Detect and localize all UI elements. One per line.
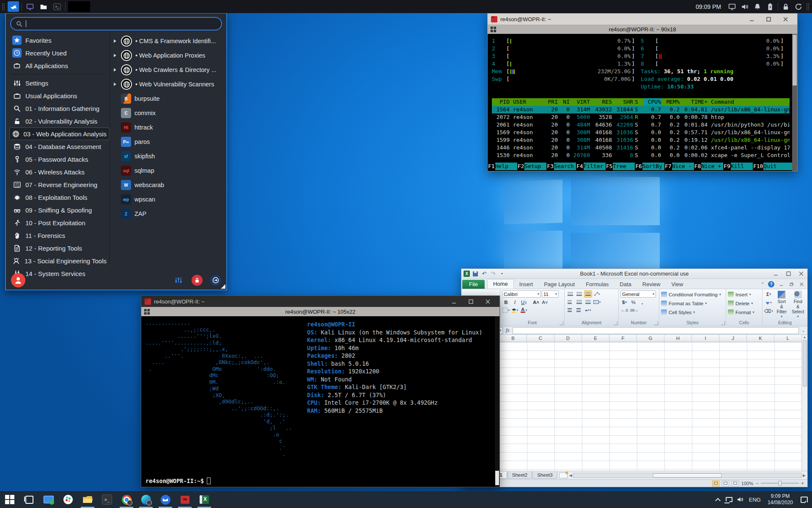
scrollbar-thumb[interactable] (793, 35, 797, 86)
normal-view-button[interactable] (712, 480, 719, 486)
middle-align-button[interactable] (575, 290, 583, 298)
menu-category-item[interactable]: 01 - Information Gathering (9, 102, 110, 115)
menu-subcategory-item[interactable]: • CMS & Framework Identifi... (112, 34, 225, 48)
htop-scrollbar[interactable] (792, 34, 797, 171)
function-key-button[interactable]: F9Kill (723, 163, 753, 170)
menu-subcategory-item[interactable]: • Web Vulnerability Scanners (112, 77, 225, 91)
number-format-combobox[interactable]: General▾ (620, 290, 656, 298)
menu-category-item[interactable]: 10 - Post Exploitation (9, 216, 110, 229)
font-name-combobox[interactable]: Calibri▾ (502, 290, 541, 298)
increase-indent-button[interactable] (575, 306, 583, 314)
menu-category-item[interactable]: Usual Applications (9, 89, 110, 102)
menu-category-item[interactable]: All Applications (9, 59, 110, 72)
fill-button[interactable]: ▾ (764, 299, 773, 306)
close-button[interactable] (479, 296, 496, 307)
window-menu-icon[interactable] (490, 26, 497, 33)
function-key-button[interactable]: F5Tree (606, 163, 635, 170)
menu-category-item[interactable]: 09 - Sniffing & Spoofing (9, 204, 110, 216)
function-key-button[interactable]: F3Search (546, 163, 576, 170)
sheet-tab[interactable]: Sheet2 (508, 472, 532, 479)
menu-search-input[interactable] (10, 17, 222, 30)
zoom-slider[interactable]: − + (756, 480, 804, 486)
styles-button[interactable]: Format as Table▾ (661, 299, 724, 307)
window-menu-icon[interactable] (144, 309, 150, 315)
workbook-close-button[interactable] (798, 282, 805, 287)
process-row[interactable]: 2072re4son 200 50003528 2964R 0.70.0 0:0… (492, 113, 790, 121)
align-left-button[interactable] (566, 298, 574, 306)
zoom-level[interactable]: 100% (741, 481, 753, 486)
align-right-button[interactable] (584, 298, 592, 306)
menu-subcategory-item[interactable]: • Web Crawlers & Directory ... (112, 63, 225, 77)
styles-dialog-launcher[interactable] (721, 321, 725, 325)
logout-icon[interactable] (793, 2, 804, 12)
expand-formula-bar-button[interactable]: ⌄ (800, 329, 807, 333)
zoom-track[interactable] (761, 483, 799, 484)
close-button[interactable] (777, 14, 794, 25)
scroll-left-arrow[interactable]: ◀ (569, 473, 572, 478)
panel-drag-handle[interactable] (2, 3, 5, 11)
scroll-right-arrow[interactable]: ▶ (803, 473, 806, 478)
process-row[interactable]: 1530re4son 200 20760336 0S 0.00.0 0:00.0… (492, 152, 790, 159)
styles-button[interactable]: Cell Styles▾ (661, 308, 724, 316)
column-header[interactable]: J (719, 335, 747, 342)
menu-tool-item[interactable]: C commix (112, 106, 225, 120)
zoom-out-button[interactable]: − (756, 480, 759, 486)
menu-category-item[interactable]: 11 - Forensics (9, 229, 110, 242)
merge-center-button[interactable]: ▾ (593, 298, 601, 306)
column-header[interactable]: E (582, 335, 609, 342)
taskbar-icon[interactable] (58, 491, 78, 508)
menu-subcategory-item[interactable]: • Web Application Proxies (112, 48, 225, 63)
italic-button[interactable]: I (511, 298, 519, 306)
styles-button[interactable]: Conditional Formatting▾ (661, 290, 724, 298)
taskbar-icon[interactable] (136, 491, 156, 508)
process-row[interactable]: 1564re4son 200 314M43032 31844S 0.70.2 0… (492, 106, 790, 113)
formula-input[interactable] (513, 327, 799, 334)
file-tab[interactable]: File (462, 280, 485, 289)
function-key-button[interactable]: F1Help (488, 163, 517, 170)
function-key-button[interactable]: F10Quit (753, 163, 792, 170)
function-key-button[interactable]: F6SortBy (635, 163, 664, 170)
user-avatar[interactable] (11, 273, 25, 287)
percent-button[interactable]: % (629, 298, 637, 306)
show-hidden-icons-button[interactable] (713, 491, 724, 508)
taskbar-icon[interactable] (156, 491, 175, 508)
menu-category-item[interactable]: 13 - Social Engineering Tools (9, 254, 110, 267)
taskbar-icon[interactable] (117, 491, 136, 508)
insert-worksheet-button[interactable] (559, 472, 568, 478)
display-settings-launcher[interactable] (25, 2, 36, 12)
menu-tool-item[interactable]: wp wpscan (112, 192, 225, 207)
column-header[interactable]: I (692, 335, 719, 342)
menu-category-item[interactable]: 07 - Reverse Engineering (9, 178, 110, 191)
menu-category-item[interactable]: 03 - Web Application Analysis (9, 127, 110, 140)
taskbar-icon[interactable] (19, 491, 39, 508)
process-row[interactable]: 1599re4son 200 308M40168 31036S 0.00.2 0… (492, 136, 790, 144)
number-dialog-launcher[interactable] (654, 321, 658, 325)
lock-screen-button[interactable] (192, 275, 203, 286)
notifications-bell-icon[interactable] (752, 2, 763, 12)
logout-button[interactable] (210, 275, 221, 286)
process-table-header[interactable]: PIDUSER PRINI VIRTRES SHRS CPU%MEM% TIME… (492, 98, 790, 106)
comma-button[interactable]: , (638, 298, 646, 306)
process-row[interactable]: 2061re4son 200 484M64636 42208S 0.70.2 0… (492, 121, 790, 129)
column-header[interactable]: H (664, 335, 692, 342)
scrollbar-thumb[interactable] (495, 471, 499, 485)
volume-icon[interactable] (740, 2, 750, 12)
cells-button[interactable]: Insert▾ (728, 290, 760, 298)
sheet-tab[interactable]: Sheet3 (532, 472, 557, 479)
display-status-icon[interactable] (727, 2, 737, 12)
vertical-scrollbar[interactable]: ▲ (801, 335, 807, 471)
expander-arrow-icon[interactable] (113, 39, 118, 43)
maximize-button[interactable] (760, 14, 777, 25)
redo-button[interactable]: ↷ (490, 271, 497, 277)
excel-titlebar[interactable]: X ↶ ↷ ▾ Book1 - Microsoft Excel non-comm… (461, 269, 807, 279)
htop-titlebar[interactable]: re4son@WOPR-II: ~ (488, 14, 797, 25)
menu-category-item[interactable]: 06 - Wireless Attacks (9, 166, 110, 178)
accounting-format-button[interactable]: $▾ (620, 298, 628, 306)
ribbon-tab[interactable]: View (666, 280, 689, 289)
taskbar-icon[interactable] (0, 491, 19, 508)
save-button[interactable] (472, 271, 479, 277)
worksheet-grid[interactable] (461, 342, 801, 471)
terminal-scrollbar[interactable] (495, 316, 499, 487)
workbook-minimize-button[interactable] (778, 282, 785, 287)
taskbar-icon[interactable] (78, 491, 97, 508)
